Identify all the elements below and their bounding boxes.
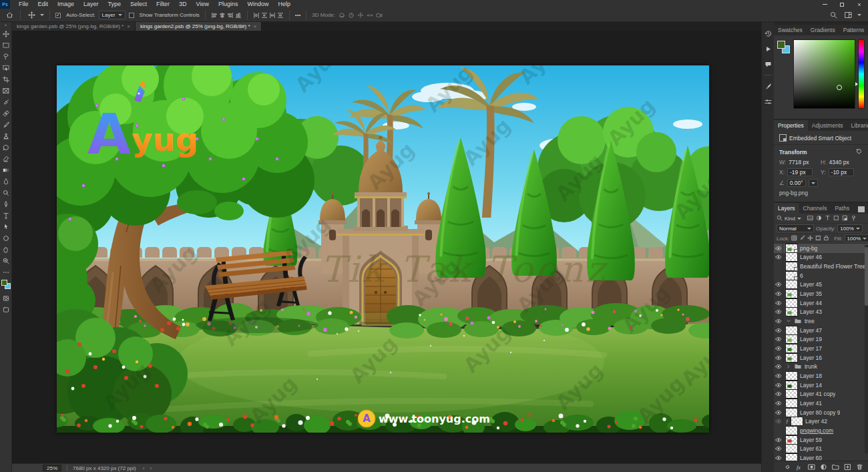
- menu-filter[interactable]: Filter: [152, 0, 174, 9]
- visibility-eye-icon[interactable]: [774, 453, 783, 461]
- layer-thumbnail[interactable]: [786, 280, 797, 288]
- layer-name[interactable]: tree: [805, 318, 815, 324]
- visibility-eye-icon[interactable]: [774, 316, 783, 326]
- new-layer-button[interactable]: [843, 463, 852, 471]
- visibility-eye-icon[interactable]: [774, 408, 783, 417]
- layer-row[interactable]: Beautiful Red Flower Tree: [774, 262, 868, 271]
- brush-settings-panel-button[interactable]: [763, 81, 773, 91]
- menu-type[interactable]: Type: [103, 0, 126, 9]
- tab-swatches[interactable]: Swatches: [774, 25, 807, 35]
- tab-patterns[interactable]: Patterns: [839, 25, 868, 35]
- layer-name[interactable]: 6: [800, 272, 803, 279]
- tab-properties[interactable]: Properties: [774, 120, 808, 131]
- blend-mode-dropdown[interactable]: Normal: [777, 224, 814, 232]
- frame-tool[interactable]: [0, 85, 12, 96]
- angle-input[interactable]: 0.00°: [787, 179, 806, 187]
- y-input[interactable]: -10 px: [829, 168, 854, 176]
- new-group-button[interactable]: [831, 463, 840, 471]
- layer-row[interactable]: Layer 41 copy: [774, 390, 868, 399]
- quick-mask-tool[interactable]: [0, 292, 12, 304]
- auto-select-dropdown[interactable]: Layer: [99, 11, 126, 19]
- filter-pin-icon[interactable]: [851, 215, 857, 222]
- collapse-toolbar-icon[interactable]: »: [5, 22, 7, 28]
- layer-row[interactable]: png-bg: [774, 244, 868, 253]
- tab-gradients[interactable]: Gradients: [807, 25, 839, 35]
- hue-slider-marker[interactable]: [855, 82, 858, 86]
- link-layers-button[interactable]: [783, 463, 792, 471]
- layer-name[interactable]: trunk: [805, 363, 817, 370]
- layer-name[interactable]: Layer 35: [800, 290, 822, 297]
- dodge-tool[interactable]: [0, 187, 12, 198]
- lock-transparent-icon[interactable]: [791, 235, 797, 242]
- screen-mode-tool[interactable]: [0, 304, 12, 315]
- visibility-eye-icon[interactable]: [774, 298, 783, 308]
- layer-row[interactable]: Layer 19: [774, 335, 868, 344]
- history-brush-tool[interactable]: [0, 142, 12, 153]
- layer-name[interactable]: png-bg: [800, 245, 817, 252]
- layers-scrollbar[interactable]: [865, 245, 868, 453]
- notes-panel-button[interactable]: [763, 59, 773, 69]
- smart-filter-icon[interactable]: [842, 215, 848, 222]
- history-panel-button[interactable]: [763, 29, 773, 38]
- layer-thumbnail[interactable]: [786, 399, 797, 407]
- layer-thumbnail[interactable]: [786, 262, 797, 270]
- visibility-eye-icon[interactable]: [774, 371, 783, 381]
- layer-row[interactable]: tree: [774, 316, 868, 326]
- layer-thumbnail[interactable]: [786, 390, 797, 398]
- layer-thumbnail[interactable]: [786, 436, 797, 444]
- layer-row[interactable]: Layer 59: [774, 435, 868, 445]
- layer-name[interactable]: Layer 19: [800, 336, 822, 342]
- more-options-icon[interactable]: •••: [295, 12, 300, 18]
- object-select-tool[interactable]: [0, 62, 12, 73]
- close-tab-icon[interactable]: ×: [254, 23, 257, 29]
- tab-libraries[interactable]: Libraries: [847, 120, 868, 131]
- layer-row[interactable]: Layer 43: [774, 308, 868, 317]
- layer-thumbnail[interactable]: [786, 409, 797, 417]
- menu-select[interactable]: Select: [126, 0, 152, 9]
- layer-name[interactable]: Layer 17: [800, 345, 822, 352]
- new-adjustment-button[interactable]: [819, 463, 828, 471]
- visibility-eye-icon[interactable]: [774, 363, 783, 372]
- shape-tool[interactable]: [0, 232, 12, 244]
- layer-mask-button[interactable]: [807, 463, 816, 471]
- color-swatches[interactable]: [0, 279, 12, 291]
- reset-transform-icon[interactable]: [855, 148, 863, 156]
- layer-name[interactable]: Layer 14: [800, 382, 822, 389]
- fill-dropdown[interactable]: 100%: [845, 234, 868, 242]
- layer-name[interactable]: Layer 18: [800, 373, 822, 379]
- lock-pixels-icon[interactable]: [799, 235, 805, 242]
- edit-toolbar-tool[interactable]: [0, 266, 12, 278]
- angle-dropdown[interactable]: [809, 179, 818, 187]
- pixel-filter-icon[interactable]: [807, 215, 813, 222]
- layer-name[interactable]: Layer 41 copy: [800, 391, 835, 397]
- layer-row[interactable]: Layer 61: [774, 444, 868, 453]
- path-select-tool[interactable]: [0, 221, 12, 232]
- lock-position-icon[interactable]: [807, 235, 813, 242]
- visibility-eye-icon[interactable]: [774, 289, 783, 298]
- marquee-tool[interactable]: [0, 39, 12, 51]
- layer-row[interactable]: Layer 80 copy 9: [774, 408, 868, 417]
- layer-thumbnail[interactable]: [786, 253, 797, 261]
- crop-tool[interactable]: [0, 73, 12, 85]
- visibility-eye-icon[interactable]: [774, 326, 783, 335]
- layer-name[interactable]: Layer 46: [800, 254, 822, 260]
- layer-name[interactable]: Layer 59: [800, 437, 822, 443]
- chevron-down-icon[interactable]: [786, 318, 791, 324]
- layer-row[interactable]: Layer 47: [774, 326, 868, 335]
- layer-thumbnail[interactable]: [786, 354, 797, 362]
- home-icon[interactable]: [4, 10, 15, 21]
- eyedropper-tool[interactable]: [0, 96, 12, 107]
- layer-row[interactable]: Layer 46: [774, 253, 868, 262]
- layer-row[interactable]: Layer 35: [774, 289, 868, 298]
- layer-row[interactable]: 6: [774, 271, 868, 280]
- close-tab-icon[interactable]: ×: [127, 23, 130, 29]
- delete-layer-button[interactable]: [855, 463, 864, 471]
- actions-panel-button[interactable]: [763, 44, 773, 53]
- eraser-tool[interactable]: [0, 153, 12, 164]
- layer-row[interactable]: Layer 45: [774, 280, 868, 290]
- layer-name[interactable]: pngwing.com: [800, 427, 833, 434]
- h-value[interactable]: 4340 px: [829, 159, 849, 166]
- layer-name[interactable]: Layer 61: [800, 445, 822, 452]
- hand-tool[interactable]: [0, 244, 12, 255]
- layer-name[interactable]: Layer 47: [800, 327, 822, 334]
